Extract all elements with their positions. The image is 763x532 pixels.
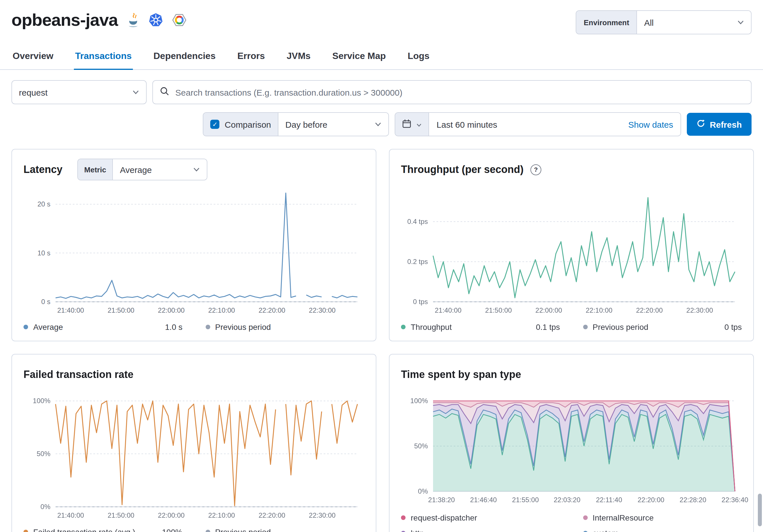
legend-item-request-dispatcher[interactable]: request-dispatcher bbox=[401, 513, 560, 522]
x-axis-label: 22:00:00 bbox=[535, 306, 562, 314]
comparison-select[interactable]: Day before bbox=[278, 113, 388, 136]
y-axis-label: 100% bbox=[33, 397, 51, 405]
comparison-checkbox[interactable]: ✓ bbox=[210, 120, 220, 129]
x-axis-label: 22:20:00 bbox=[638, 496, 664, 504]
failed-rate-title: Failed transaction rate bbox=[24, 369, 134, 380]
legend-item-previous-period[interactable]: Previous period bbox=[205, 322, 364, 332]
legend-value: 100% bbox=[162, 527, 182, 532]
legend-item-previous-period[interactable]: Previous period0 tps bbox=[583, 322, 742, 332]
legend-label: Previous period bbox=[215, 322, 271, 332]
comparison-toggle[interactable]: ✓ Comparison bbox=[204, 113, 278, 136]
date-picker-button[interactable] bbox=[395, 113, 429, 136]
legend-dot bbox=[583, 531, 588, 532]
tab-jvms[interactable]: JVMs bbox=[285, 44, 312, 70]
search-input[interactable] bbox=[174, 87, 744, 98]
throughput-chart: 0 tps0.2 tps0.4 tps21:40:0021:50:0022:00… bbox=[401, 184, 742, 317]
environment-label: Environment bbox=[576, 11, 637, 34]
environment-select[interactable]: All bbox=[637, 11, 751, 34]
x-axis-label: 22:10:00 bbox=[586, 306, 612, 314]
latency-metric-value: Average bbox=[120, 164, 152, 174]
environment-value: All bbox=[644, 18, 654, 27]
tab-service-map[interactable]: Service Map bbox=[331, 44, 387, 70]
x-axis-label: 21:50:00 bbox=[108, 306, 134, 314]
date-picker-group: Last 60 minutes Show dates bbox=[395, 112, 681, 136]
legend-item-failed-transaction-rate-avg[interactable]: Failed transaction rate (avg.)100% bbox=[24, 527, 182, 532]
tab-overview[interactable]: Overview bbox=[11, 44, 54, 70]
app-header: opbeans-java bbox=[0, 0, 763, 34]
legend-label: http bbox=[411, 529, 424, 532]
legend-dot bbox=[401, 515, 405, 520]
legend-item-internalresource[interactable]: InternalResource bbox=[583, 513, 742, 522]
series-line-throughput bbox=[433, 198, 735, 298]
legend-label: Throughput bbox=[411, 322, 452, 332]
x-axis-label: 21:40:00 bbox=[57, 306, 84, 314]
comparison-group: ✓ Comparison Day before bbox=[203, 112, 389, 136]
x-axis-label: 22:10:00 bbox=[208, 511, 235, 519]
latency-metric-select[interactable]: Average bbox=[113, 159, 207, 180]
chevron-down-icon bbox=[193, 164, 200, 174]
legend-dot bbox=[401, 325, 405, 329]
time-range-value: Last 60 minutes bbox=[436, 119, 497, 129]
transaction-type-select[interactable]: request bbox=[11, 80, 147, 104]
span-type-chart: 0%50%100%21:38:2021:46:4021:55:0022:03:2… bbox=[401, 389, 742, 506]
show-dates-link[interactable]: Show dates bbox=[628, 119, 673, 129]
y-axis-label: 50% bbox=[37, 450, 51, 458]
refresh-button[interactable]: Refresh bbox=[687, 113, 752, 136]
legend-label: request-dispatcher bbox=[411, 513, 477, 522]
search-field[interactable] bbox=[153, 80, 752, 104]
page-title: opbeans-java bbox=[11, 10, 118, 30]
x-axis-label: 22:30:00 bbox=[686, 306, 713, 314]
throughput-panel: Throughput (per second) ? 0 tps0.2 tps0.… bbox=[389, 149, 754, 341]
legend-item-custom[interactable]: custom bbox=[583, 529, 742, 532]
x-axis-label: 22:30:00 bbox=[309, 306, 335, 314]
tabs: OverviewTransactionsDependenciesErrorsJV… bbox=[0, 44, 763, 70]
page-scrollbar[interactable] bbox=[758, 494, 762, 526]
x-axis-label: 22:00:00 bbox=[158, 306, 184, 314]
span-type-panel-head: Time spent by span type bbox=[401, 364, 742, 385]
refresh-label: Refresh bbox=[710, 119, 742, 129]
legend-label: custom bbox=[593, 529, 618, 532]
y-axis-label: 20 s bbox=[38, 200, 51, 208]
tab-dependencies[interactable]: Dependencies bbox=[153, 44, 217, 70]
legend-dot bbox=[401, 531, 405, 532]
failed-rate-chart: 0%50%100%21:40:0021:50:0022:00:0022:10:0… bbox=[24, 389, 364, 522]
legend-item-previous-period[interactable]: Previous period bbox=[205, 527, 364, 532]
tab-errors[interactable]: Errors bbox=[236, 44, 266, 70]
legend-item-throughput[interactable]: Throughput0.1 tps bbox=[401, 322, 560, 332]
x-axis-label: 21:40:00 bbox=[57, 511, 84, 519]
legend-value: 1.0 s bbox=[165, 322, 182, 332]
transaction-type-value: request bbox=[19, 87, 48, 97]
latency-panel-head: Latency Metric Average bbox=[24, 159, 364, 180]
refresh-icon bbox=[697, 119, 705, 129]
search-bar: request bbox=[0, 80, 763, 104]
y-axis-label: 100% bbox=[410, 397, 428, 405]
gcp-icon bbox=[171, 13, 186, 28]
latency-chart: 0 s10 s20 s21:40:0021:50:0022:00:0022:10… bbox=[24, 184, 364, 317]
x-axis-label: 22:20:00 bbox=[636, 306, 663, 314]
x-axis-label: 22:28:20 bbox=[680, 496, 706, 504]
x-axis-label: 22:20:00 bbox=[259, 511, 285, 519]
x-axis-label: 22:10:00 bbox=[208, 306, 235, 314]
legend-item-http[interactable]: http bbox=[401, 529, 560, 532]
chevron-down-icon bbox=[132, 87, 139, 97]
legend-value: 0 tps bbox=[724, 322, 742, 332]
service-title-group: opbeans-java bbox=[11, 10, 186, 30]
y-axis-label: 0 s bbox=[41, 298, 51, 305]
apm-service-page: opbeans-java bbox=[0, 0, 763, 532]
legend-label: Previous period bbox=[593, 322, 648, 332]
chevron-down-icon bbox=[737, 18, 744, 27]
tab-transactions[interactable]: Transactions bbox=[74, 44, 133, 70]
help-icon[interactable]: ? bbox=[530, 164, 541, 175]
span-type-legend: request-dispatcherhttpInternalResourcecu… bbox=[401, 513, 742, 532]
tab-logs[interactable]: Logs bbox=[406, 44, 430, 70]
y-axis-label: 0% bbox=[41, 503, 51, 510]
legend-dot bbox=[583, 515, 588, 520]
y-axis-label: 0.4 tps bbox=[407, 218, 428, 225]
time-range-display[interactable]: Last 60 minutes Show dates bbox=[429, 113, 681, 136]
span-type-title: Time spent by span type bbox=[401, 369, 521, 380]
x-axis-label: 21:50:00 bbox=[485, 306, 512, 314]
failed-rate-legend: Failed transaction rate (avg.)100%Previo… bbox=[24, 527, 364, 532]
y-axis-label: 10 s bbox=[38, 249, 51, 257]
legend-item-average[interactable]: Average1.0 s bbox=[24, 322, 182, 332]
legend-label: InternalResource bbox=[593, 513, 654, 522]
